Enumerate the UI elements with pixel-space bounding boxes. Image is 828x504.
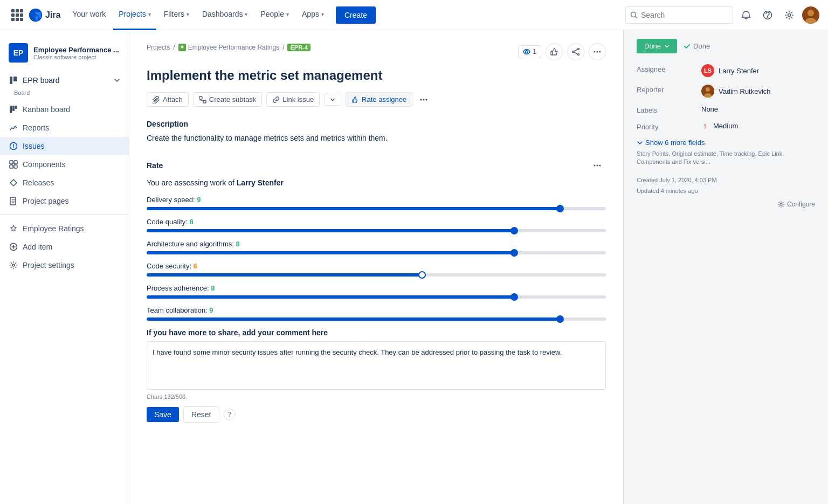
- priority-icon: [701, 122, 709, 130]
- field-labels: Labels None: [637, 105, 815, 114]
- field-assignee: Assignee LS Larry Stenfer: [637, 64, 815, 77]
- sidebar-item-kanban[interactable]: Kanban board: [0, 100, 129, 119]
- create-subtask-label: Create subtask: [209, 95, 256, 103]
- comment-label: If you have more to share, add your comm…: [147, 328, 606, 337]
- notifications-button[interactable]: [737, 6, 755, 24]
- show-more-fields[interactable]: Show 6 more fields: [637, 139, 815, 147]
- nav-apps[interactable]: Apps ▾: [296, 0, 329, 30]
- attach-button[interactable]: Attach: [147, 92, 189, 107]
- sidebar-item-issues[interactable]: Issues: [0, 137, 129, 155]
- assignee-label: Assignee: [637, 64, 701, 73]
- slider-row-3: Code security: 6: [147, 262, 606, 277]
- slider-track-3[interactable]: [147, 273, 606, 277]
- slider-track-2[interactable]: [147, 251, 606, 254]
- slider-label-2: Architecture and algorithms: 8: [147, 240, 606, 248]
- help-button-rate[interactable]: ?: [224, 409, 236, 420]
- app-body: EP Employee Performance ... Classic soft…: [0, 30, 828, 504]
- nav-projects[interactable]: Projects ▾: [113, 0, 156, 30]
- rate-more-button[interactable]: [589, 157, 606, 174]
- priority-value[interactable]: Medium: [701, 122, 815, 130]
- breadcrumb-issue-key: EPR-4: [287, 44, 310, 51]
- more-icon: [593, 47, 602, 56]
- gear-icon: [784, 10, 794, 20]
- slider-row-2: Architecture and algorithms: 8: [147, 240, 606, 254]
- slider-label-1: Code quality: 8: [147, 218, 606, 226]
- nav-filters[interactable]: Filters ▾: [158, 0, 195, 30]
- toolbar-dropdown[interactable]: [324, 94, 341, 106]
- bell-icon: [741, 10, 751, 20]
- share-icon: [571, 47, 580, 56]
- projects-arrow-icon: ▾: [148, 11, 151, 17]
- help-icon: [763, 10, 772, 20]
- status-button[interactable]: Done: [637, 39, 677, 53]
- sidebar: EP Employee Performance ... Classic soft…: [0, 30, 129, 504]
- rate-title: Rate: [147, 161, 163, 170]
- avatar-image: [802, 6, 819, 24]
- subtask-icon: [199, 96, 206, 103]
- user-avatar[interactable]: [802, 6, 819, 24]
- thumbsup-icon: [550, 47, 558, 56]
- configure-row[interactable]: Configure: [637, 201, 815, 208]
- jira-logo[interactable]: Jira: [28, 8, 60, 23]
- slider-track-4[interactable]: [147, 295, 606, 299]
- people-arrow-icon: ▾: [286, 11, 289, 17]
- comment-textarea[interactable]: [147, 341, 606, 390]
- breadcrumb-projects[interactable]: Projects: [147, 44, 170, 51]
- sidebar-item-settings[interactable]: Project settings: [0, 256, 129, 274]
- nav-dashboards[interactable]: Dashboards ▾: [197, 0, 253, 30]
- svg-point-33: [597, 165, 598, 167]
- sidebar-item-add-item[interactable]: Add item: [0, 238, 129, 256]
- slider-row-5: Team collaboration: 9: [147, 306, 606, 321]
- watch-button[interactable]: 1: [518, 45, 541, 58]
- assignee-value[interactable]: LS Larry Stenfer: [701, 64, 815, 77]
- search-box[interactable]: [625, 6, 733, 24]
- create-button[interactable]: Create: [336, 6, 376, 24]
- sidebar-item-releases[interactable]: Releases: [0, 174, 129, 192]
- svg-point-25: [597, 51, 598, 53]
- breadcrumb: Projects / Employee Performance Ratings …: [147, 44, 310, 51]
- breadcrumb-project-name[interactable]: Employee Performance Ratings: [188, 44, 279, 51]
- svg-rect-27: [199, 96, 202, 99]
- slider-track-5[interactable]: [147, 317, 606, 321]
- nav-people[interactable]: People ▾: [255, 0, 294, 30]
- grid-menu-button[interactable]: [9, 6, 26, 24]
- releases-icon: [9, 178, 18, 188]
- slider-track-1[interactable]: [147, 229, 606, 232]
- reporter-label: Reporter: [637, 85, 701, 94]
- status-chevron-icon: [664, 44, 670, 49]
- search-input[interactable]: [641, 11, 716, 19]
- svg-point-32: [594, 165, 596, 167]
- sidebar-pages-label: Project pages: [23, 197, 69, 205]
- slider-label-3: Code security: 6: [147, 262, 606, 270]
- svg-point-19: [12, 264, 15, 266]
- sidebar-item-reports[interactable]: Reports: [0, 119, 129, 137]
- sidebar-item-pages[interactable]: Project pages: [0, 192, 129, 210]
- link-icon: [272, 96, 280, 103]
- star-icon: [9, 224, 18, 233]
- nav-your-work[interactable]: Your work: [67, 0, 111, 30]
- sidebar-item-employee-ratings[interactable]: Employee Ratings: [0, 219, 129, 238]
- reset-button[interactable]: Reset: [183, 406, 219, 423]
- like-button[interactable]: [546, 43, 563, 60]
- share-button[interactable]: [567, 43, 584, 60]
- slider-track-0[interactable]: [147, 207, 606, 210]
- link-issue-button[interactable]: Link issue: [266, 92, 320, 107]
- sidebar-item-components[interactable]: Components: [0, 155, 129, 174]
- thumbsup-small-icon: [351, 96, 359, 103]
- dashboards-arrow-icon: ▾: [245, 11, 247, 17]
- svg-point-38: [780, 203, 782, 205]
- more-actions-button[interactable]: [417, 93, 431, 107]
- svg-point-31: [426, 99, 427, 100]
- more-button[interactable]: [589, 43, 606, 60]
- filters-arrow-icon: ▾: [187, 11, 189, 17]
- reporter-value[interactable]: Vadim Rutkevich: [701, 85, 815, 98]
- labels-value[interactable]: None: [701, 105, 815, 113]
- rate-assignee-button[interactable]: Rate assignee: [346, 92, 412, 107]
- sidebar-board[interactable]: EPR board: [0, 71, 129, 89]
- create-subtask-button[interactable]: Create subtask: [193, 92, 262, 107]
- settings-button[interactable]: [781, 6, 798, 24]
- field-reporter: Reporter Vadim Rutkevich: [637, 85, 815, 98]
- help-button[interactable]: [759, 6, 776, 24]
- main-content: Projects / Employee Performance Ratings …: [129, 30, 623, 504]
- save-button[interactable]: Save: [147, 407, 179, 422]
